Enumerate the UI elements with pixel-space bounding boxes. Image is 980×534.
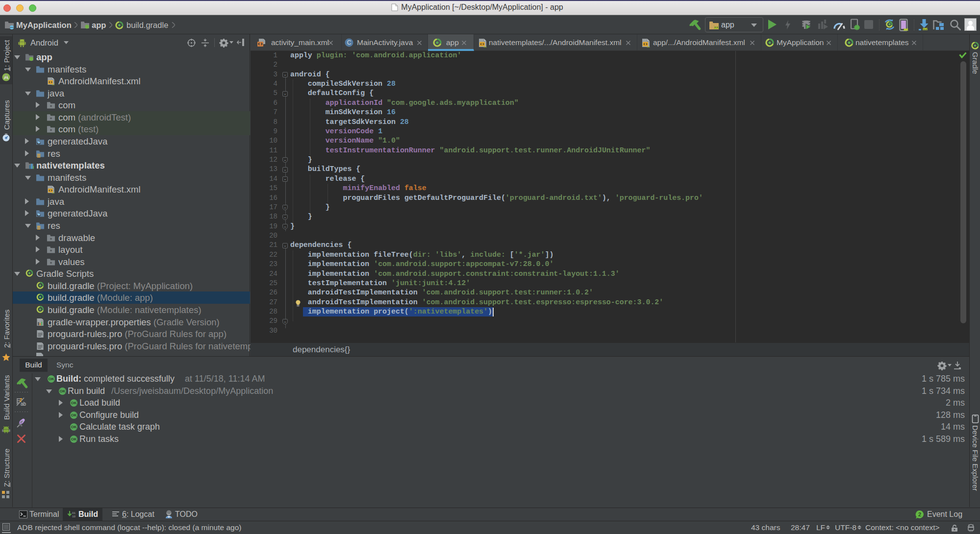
svg-text:01: 01 <box>72 511 75 515</box>
svg-text:C: C <box>347 39 352 46</box>
svg-text:10: 10 <box>72 515 75 518</box>
svg-text:ab: ab <box>21 401 26 406</box>
svg-text:2: 2 <box>918 511 921 517</box>
